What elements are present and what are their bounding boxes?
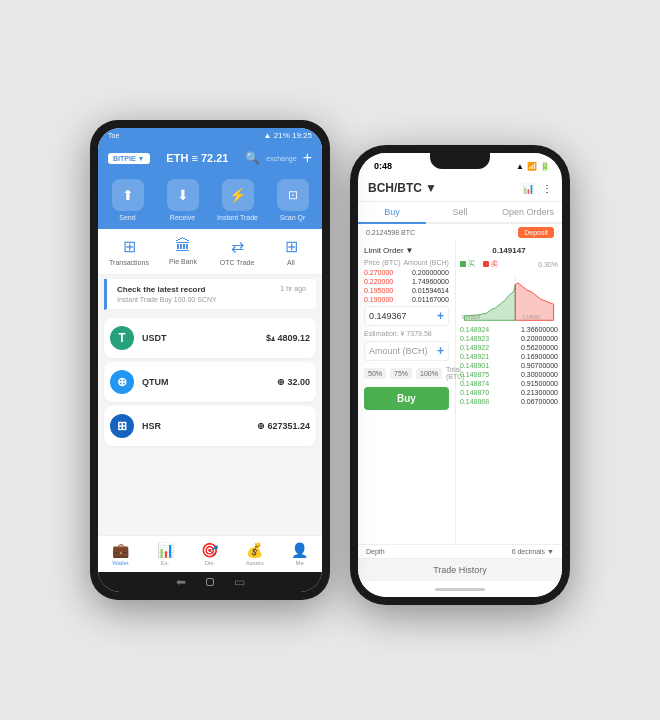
hsr-icon: ⊞ [110, 414, 134, 438]
tab-buy[interactable]: Buy [358, 202, 426, 222]
wallet-item-left: T USDT [110, 326, 167, 350]
btc-amount: 0.2124598 BTC [366, 229, 415, 236]
search-icon[interactable]: 🔍 [245, 151, 260, 165]
all-button[interactable]: ⊞ All [264, 237, 318, 266]
qtum-wallet-item[interactable]: ⊕ QTUM ⊕ 32.00 [104, 362, 316, 402]
chart-icon[interactable]: 📊 [522, 183, 534, 194]
pie-bank-icon: 🏛 [175, 237, 191, 255]
buy-button[interactable]: Buy [364, 387, 449, 410]
wallet-item-left: ⊞ HSR [110, 414, 161, 438]
sell-legend: 卖 [483, 259, 498, 269]
assets-nav-icon: 💰 [246, 542, 263, 558]
trading-pair-label: BCH/BTC [368, 181, 422, 195]
order-type-selector[interactable]: Limit Order ▼ [364, 244, 449, 257]
android-header: BITPIE ▼ ETH ≡ 72.21 🔍 exchange + [98, 143, 322, 173]
otc-trade-icon: ⇄ [231, 237, 244, 256]
price-input[interactable]: 0.149367 [369, 311, 407, 321]
add-icon[interactable]: + [303, 149, 312, 167]
depth-row: Depth 6 decimals ▼ [358, 544, 562, 558]
instant-trade-button[interactable]: ⚡ Instant Trade [212, 179, 263, 221]
pct-100-button[interactable]: 100% [416, 368, 442, 379]
wifi-icon: ▲ [516, 162, 524, 171]
trading-pair[interactable]: BCH/BTC ▼ [368, 181, 437, 195]
qtum-balance: ⊕ 32.00 [277, 377, 310, 387]
usdt-icon: T [110, 326, 134, 350]
wallet-nav-icon: 💼 [112, 542, 129, 558]
iphone-notch [430, 153, 490, 169]
hsr-balance: ⊕ 627351.24 [257, 421, 310, 431]
table-row: 0.220000 1.74960000 [364, 277, 449, 286]
android-status-bar: Toe ▲ 21% 19:25 [98, 128, 322, 143]
me-nav-icon: 👤 [291, 542, 308, 558]
trade-history-button[interactable]: Trade History [358, 558, 562, 581]
table-row: 0.195000 0.01594614 [364, 286, 449, 295]
more-icon[interactable]: ⋮ [542, 183, 552, 194]
table-row: 0.148875 0.30000000 [460, 370, 558, 379]
home-indicator[interactable] [206, 578, 214, 586]
nav-exchange[interactable]: 📊 Ex. [143, 540, 188, 568]
send-button[interactable]: ⬆ Send [102, 179, 153, 221]
notification-subtitle: Instant Trade Buy 100.00 SCNY [117, 296, 217, 303]
receive-button[interactable]: ⬇ Receive [157, 179, 208, 221]
trading-header: BCH/BTC ▼ 📊 ⋮ [358, 175, 562, 202]
table-row: 0.270000 0.20000000 [364, 268, 449, 277]
notification-bar[interactable]: Check the latest record Instant Trade Bu… [104, 279, 316, 310]
header-icons: 🔍 exchange + [245, 149, 312, 167]
order-col-headers: Price (BTC) Amount (BCH) [364, 257, 449, 268]
wallet-nav-label: Wallet [112, 560, 128, 566]
nav-assets[interactable]: 💰 Assets [232, 540, 277, 568]
deposit-button[interactable]: Deposit [518, 227, 554, 238]
amount-plus-button[interactable]: + [437, 344, 444, 358]
price-plus-button[interactable]: + [437, 309, 444, 323]
scan-qr-icon: ⊡ [277, 179, 309, 211]
trading-content: Limit Order ▼ Price (BTC) Amount (BCH) 0… [358, 241, 562, 544]
header-title-area: ETH ≡ 72.21 [166, 152, 228, 164]
pct-75-button[interactable]: 75% [390, 368, 412, 379]
nav-discover[interactable]: 🎯 Dis- [188, 540, 233, 568]
amount-input[interactable]: Amount (BCH) [369, 346, 428, 356]
current-price: 0.149147 [460, 244, 558, 257]
order-type-chevron: ▼ [406, 246, 414, 255]
assets-nav-label: Assets [246, 560, 264, 566]
buy-legend: 买 [460, 259, 475, 269]
carrier-text: Toe [108, 132, 119, 139]
recents-icon[interactable]: ▭ [234, 575, 245, 589]
tab-sell[interactable]: Sell [426, 202, 494, 222]
receive-icon: ⬇ [167, 179, 199, 211]
svg-text:0.148924: 0.148924 [462, 315, 481, 320]
trading-header-icons: 📊 ⋮ [522, 183, 552, 194]
tab-open-orders[interactable]: Open Orders [494, 202, 562, 222]
transactions-button[interactable]: ⊞ Transactions [102, 237, 156, 266]
me-nav-label: Me [295, 560, 303, 566]
usdt-wallet-item[interactable]: T USDT $₄ 4809.12 [104, 318, 316, 358]
signal-icon: 📶 [527, 162, 537, 171]
buy-dot [460, 261, 466, 267]
chevron-down-icon: ▼ [425, 181, 437, 195]
svg-text:0.149367: 0.149367 [522, 315, 541, 320]
table-row: 0.190000 0.01167000 [364, 295, 449, 304]
send-icon: ⬆ [112, 179, 144, 211]
price-col-label: Price (BTC) [364, 259, 401, 266]
otc-trade-button[interactable]: ⇄ OTC Trade [210, 237, 264, 266]
wallet-section: T USDT $₄ 4809.12 ⊕ QTUM ⊕ 32.00 ⊞ HSR [98, 314, 322, 535]
discover-nav-icon: 🎯 [201, 542, 218, 558]
home-bar[interactable] [435, 588, 485, 591]
receive-label: Receive [170, 214, 195, 221]
hsr-wallet-item[interactable]: ⊞ HSR ⊕ 627351.24 [104, 406, 316, 446]
back-icon[interactable]: ⬅ [176, 575, 186, 589]
nav-wallet[interactable]: 💼 Wallet [98, 540, 143, 568]
mini-chart: 0.148924 0.149367 [460, 273, 558, 323]
nav-me[interactable]: 👤 Me [277, 540, 322, 568]
pct-change: 0.30% [538, 261, 558, 268]
asks-list: 0.148924 1.36600000 0.148923 0.20000000 … [460, 325, 558, 406]
bitpie-logo[interactable]: BITPIE ▼ [108, 153, 150, 164]
orderbook-panel: 0.149147 买 卖 0.30% [456, 241, 562, 544]
depth-chevron: ▼ [547, 548, 554, 555]
estimation-text: Estimation: ¥ 7379.58 [364, 328, 449, 339]
pie-bank-button[interactable]: 🏛 Pie Bank [156, 237, 210, 266]
pct-50-button[interactable]: 50% [364, 368, 386, 379]
scan-qr-button[interactable]: ⊡ Scan Qr [267, 179, 318, 221]
depth-decimals[interactable]: 6 decimals ▼ [512, 548, 554, 555]
iphone-screen: 0:48 ▲ 📶 🔋 BCH/BTC ▼ 📊 ⋮ [358, 153, 562, 597]
android-home-bar: ⬅ ▭ [98, 572, 322, 592]
